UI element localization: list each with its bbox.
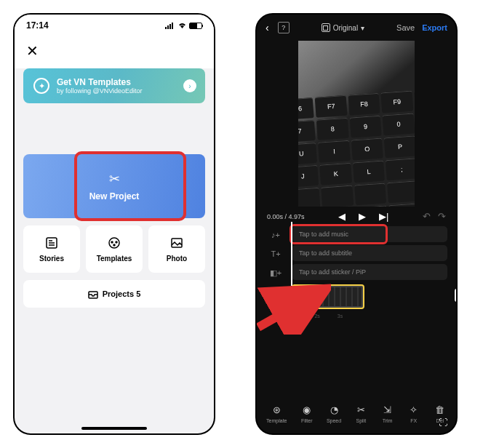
svg-point-9 [111,241,113,243]
split-icon: ✂ [354,403,367,416]
close-icon[interactable]: ✕ [26,43,39,59]
time-display: 0.00s / 4.97s [267,213,305,220]
options-row: Stories Templates Photo [23,225,205,273]
template-icon: ⊛ [270,403,283,416]
chevron-down-icon: ▾ [361,24,364,32]
status-bar: 17:14 [15,15,214,36]
photo-label: Photo [167,255,187,263]
stories-label: Stories [39,255,64,263]
promo-banner[interactable]: ✦ Get VN Templates by following @VNVideo… [23,68,205,103]
svg-point-11 [113,244,115,246]
tool-bar: ⊛Template ◉Filter ◔Speed ✂Split ⇲Trim ✧F… [257,399,456,428]
transport-bar: 0.00s / 4.97s ◀ ▶ ▶| ↶ ↷ [257,207,456,226]
music-track-icon: ♪+ [270,229,282,241]
trash-icon: 🗑 [434,403,447,416]
split-tool[interactable]: ✂Split [354,403,367,423]
home-indicator [81,427,147,430]
promo-subtitle: by following @VNVideoEditor [57,87,143,95]
undo-icon[interactable]: ↶ [423,211,431,222]
template-badge-icon: ✦ [33,78,49,94]
svg-rect-0 [165,27,167,29]
stories-button[interactable]: Stories [23,225,80,273]
video-preview[interactable]: F6F7F8F9F107890-UIOP[JKL;'ZXC [298,41,415,207]
speed-icon: ◔ [327,403,340,416]
svg-point-10 [116,241,117,243]
clip-thumbnail [295,287,362,306]
chevron-right-icon: › [183,79,196,92]
aspect-icon [322,23,330,32]
tool-label: Filter [301,418,313,423]
sticker-track-icon: ◧+ [270,267,282,279]
ruler-tick: 1s [292,313,297,319]
tool-label: FX [410,418,417,423]
add-clip-button[interactable]: + [455,289,458,302]
inbox-icon [88,289,98,299]
back-icon[interactable]: ‹ [266,22,269,33]
add-sticker-label: Tap to add sticker / PiP [299,268,366,276]
photo-icon [169,236,184,250]
phone-mock-left: 17:14 ✕ ✦ Get VN Templates by following … [13,13,215,435]
tool-label: Template [266,418,287,423]
svg-rect-2 [169,24,171,29]
trim-tool[interactable]: ⇲Trim [381,403,394,423]
editor-header: ‹ ? Original ▾ Save Export [257,15,456,41]
templates-icon [107,236,121,250]
ruler-tick: 3s [338,313,343,319]
battery-icon [189,23,202,29]
prev-frame-icon[interactable]: ◀ [338,211,346,222]
trim-icon: ⇲ [381,403,394,416]
speed-tool[interactable]: ◔Speed [327,403,341,423]
redo-icon[interactable]: ↷ [438,211,446,222]
aspect-ratio-button[interactable]: Original ▾ [322,23,364,32]
save-button[interactable]: Save [396,23,415,32]
templates-button[interactable]: Templates [86,225,143,273]
header: ✕ [15,36,214,68]
status-time: 17:14 [26,20,49,31]
timeline-tracks: ♪+ T+ ◧+ Tap to add music Tap to add sub… [257,226,456,280]
fx-tool[interactable]: ✧FX [407,403,420,423]
projects-button[interactable]: Projects 5 [23,280,205,308]
promo-title: Get VN Templates [57,77,143,87]
add-subtitle-track[interactable]: Tap to add subtitle [292,245,447,261]
help-icon[interactable]: ? [278,22,290,33]
tool-label: Split [356,418,367,423]
add-sticker-track[interactable]: Tap to add sticker / PiP [292,264,447,280]
tool-label: Speed [327,418,341,423]
export-button[interactable]: Export [422,23,447,32]
prev-clip-indicator: - - [266,289,287,304]
add-music-track[interactable]: Tap to add music [292,226,447,242]
templates-label: Templates [97,255,132,263]
wifi-icon [177,22,187,29]
phone-mock-right: ‹ ? Original ▾ Save Export F6F7F8F9F1078… [255,13,458,435]
next-clip-icon[interactable]: ▶| [379,211,388,222]
preview-image: F6F7F8F9F107890-UIOP[JKL;'ZXC [298,41,415,207]
photo-button[interactable]: Photo [148,225,205,273]
status-indicators [165,22,202,29]
tool-label: Trim [383,418,393,423]
aspect-label: Original [333,24,358,32]
tool-label: Del [436,418,444,423]
new-project-button[interactable]: ✂ New Project [23,154,205,218]
annotation-highlight [74,151,186,221]
template-tool[interactable]: ⊛Template [266,403,287,423]
stories-icon [44,236,59,250]
add-subtitle-label: Tap to add subtitle [299,249,352,257]
annotation-highlight [290,224,388,244]
svg-rect-3 [172,23,173,29]
svg-point-8 [109,238,119,248]
svg-rect-1 [167,25,169,29]
ruler-tick: 2s [314,313,319,319]
time-ruler: 1s 2s 3s [257,313,456,319]
playhead[interactable] [291,222,292,286]
delete-tool[interactable]: 🗑Del [434,403,447,423]
subtitle-track-icon: T+ [270,248,282,260]
fx-icon: ✧ [407,403,420,416]
filter-icon: ◉ [300,403,314,416]
promo-text: Get VN Templates by following @VNVideoEd… [57,77,143,95]
projects-label: Projects 5 [103,289,141,298]
play-icon[interactable]: ▶ [359,211,366,222]
video-clip[interactable] [292,284,364,309]
signal-icon [165,22,175,29]
video-track: - - + [257,283,456,311]
filter-tool[interactable]: ◉Filter [300,403,314,423]
